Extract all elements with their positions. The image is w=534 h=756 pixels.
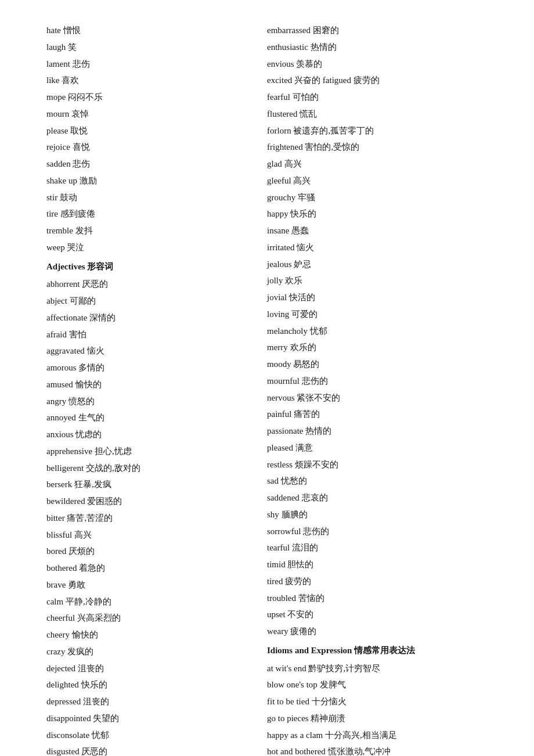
vocabulary-entry: gleeful 高兴 xyxy=(267,174,488,188)
english-word: insane xyxy=(267,226,289,235)
vocabulary-entry: troubled 苦恼的 xyxy=(267,591,488,606)
vocabulary-entry: loving 可爱的 xyxy=(267,307,488,322)
english-word: tearful xyxy=(267,543,290,552)
vocabulary-entry: fit to be tied 十分恼火 xyxy=(267,694,488,709)
vocabulary-entry: jealous 妒忌 xyxy=(267,257,488,272)
vocabulary-entry: aggravated 恼火 xyxy=(46,344,267,358)
chinese-translation: 忧郁 xyxy=(308,326,327,336)
vocabulary-entry: brave 勇敢 xyxy=(46,578,267,592)
english-word: anxious xyxy=(46,430,74,439)
english-word: disgusted xyxy=(46,747,80,756)
chinese-translation: 愚蠢 xyxy=(289,226,309,235)
vocabulary-entry: timid 胆怯的 xyxy=(267,557,488,572)
vocabulary-entry: sad 忧愁的 xyxy=(267,474,488,488)
english-word: passionate xyxy=(267,426,303,435)
english-word: painful xyxy=(267,409,292,419)
chinese-translation: 厌恶的 xyxy=(80,279,108,289)
english-word: disappointed xyxy=(46,714,91,723)
vocabulary-entry: bitter 痛苦,苦涩的 xyxy=(46,511,267,525)
vocabulary-entry: flustered 慌乱 xyxy=(267,107,488,121)
english-word: envious xyxy=(267,59,294,69)
english-word: mourn xyxy=(46,109,69,118)
chinese-translation: 快乐的 xyxy=(79,680,107,689)
chinese-translation: 多情的 xyxy=(77,363,105,372)
english-word: pleased xyxy=(267,443,293,452)
vocabulary-entry: painful 痛苦的 xyxy=(267,407,488,422)
english-word: timid xyxy=(267,560,286,569)
vocabulary-entry: please 取悦 xyxy=(46,124,267,138)
english-word: bothered xyxy=(46,563,77,573)
chinese-translation: 苦恼的 xyxy=(296,593,324,603)
chinese-translation: 热情的 xyxy=(303,426,331,435)
vocabulary-entry: mournful 悲伤的 xyxy=(267,374,488,388)
chinese-translation: 深情的 xyxy=(88,313,116,322)
english-word: abject xyxy=(46,296,67,305)
english-word: delighted xyxy=(46,680,79,689)
chinese-translation: 悲伤 xyxy=(71,159,91,168)
chinese-translation: 害怕 xyxy=(67,330,86,339)
chinese-translation: 哭泣 xyxy=(65,243,85,252)
chinese-translation: 忧虑的 xyxy=(74,430,102,439)
chinese-translation: 喜欢 xyxy=(60,75,80,85)
vocabulary-entry: blissful 高兴 xyxy=(46,528,267,542)
section-header: Idioms and Expression 情感常用表达法 xyxy=(267,643,488,658)
vocabulary-entry: like 喜欢 xyxy=(46,73,267,88)
chinese-translation: 痛苦,苦涩的 xyxy=(65,513,113,523)
chinese-translation: 十分恼火 xyxy=(309,697,347,706)
english-word: bored xyxy=(46,546,66,556)
english-word: sadden xyxy=(46,159,71,168)
english-word: stir xyxy=(46,193,57,202)
chinese-translation: 精神崩溃 xyxy=(309,714,346,723)
english-word: amused xyxy=(46,380,73,389)
left-column: hate 憎恨laugh 笑lament 悲伤like 喜欢mope 闷闷不乐m… xyxy=(46,23,267,756)
chinese-translation: 激励 xyxy=(77,176,97,185)
vocabulary-entry: cheerful 兴高采烈的 xyxy=(46,611,267,625)
chinese-translation: 可爱的 xyxy=(289,309,317,319)
english-word: mournful xyxy=(267,376,300,386)
chinese-translation: 欢乐 xyxy=(283,276,303,285)
english-word: calm xyxy=(46,597,63,606)
english-word: hate xyxy=(46,26,61,35)
vocabulary-entry: frightened 害怕的,受惊的 xyxy=(267,140,488,154)
vocabulary-entry: upset 不安的 xyxy=(267,607,488,622)
vocabulary-entry: sorrowful 悲伤的 xyxy=(267,524,488,539)
chinese-translation: 紧张不安的 xyxy=(295,393,341,402)
vocabulary-entry: affectionate 深情的 xyxy=(46,311,267,325)
vocabulary-entry: passionate 热情的 xyxy=(267,424,488,438)
chinese-translation: 慌张激动,气冲冲 xyxy=(326,747,391,756)
main-content: hate 憎恨laugh 笑lament 悲伤like 喜欢mope 闷闷不乐m… xyxy=(46,23,488,756)
english-word: merry xyxy=(267,343,288,352)
english-word: tremble xyxy=(46,226,73,235)
english-word: at wit's end xyxy=(267,664,306,673)
english-word: sad xyxy=(267,476,279,485)
vocabulary-entry: stir 鼓动 xyxy=(46,190,267,205)
vocabulary-entry: weary 疲倦的 xyxy=(267,624,488,639)
chinese-translation: 喜悦 xyxy=(70,142,90,152)
vocabulary-entry: afraid 害怕 xyxy=(46,327,267,342)
vocabulary-entry: mope 闷闷不乐 xyxy=(46,90,267,105)
chinese-translation: 热情的 xyxy=(308,42,337,52)
chinese-translation: 失望的 xyxy=(91,714,120,723)
vocabulary-entry: amorous 多情的 xyxy=(46,361,267,375)
vocabulary-entry: shake up 激励 xyxy=(46,174,267,188)
english-word: bewildered xyxy=(46,496,85,506)
chinese-translation: 感到疲倦 xyxy=(58,209,95,218)
english-word: blissful xyxy=(46,530,72,539)
chinese-translation: 黔驴技穷,计穷智尽 xyxy=(306,664,381,673)
vocabulary-entry: blow one's top 发脾气 xyxy=(267,678,488,692)
chinese-translation: 愉快的 xyxy=(73,380,102,389)
chinese-translation: 快活的 xyxy=(287,293,315,302)
vocabulary-entry: go to pieces 精神崩溃 xyxy=(267,711,488,726)
chinese-translation: 愤怒的 xyxy=(66,397,95,406)
chinese-translation: 胆怯的 xyxy=(286,560,314,569)
chinese-translation: 哀悼 xyxy=(69,109,89,118)
vocabulary-entry: restless 烦躁不安的 xyxy=(267,458,488,472)
english-word: amorous xyxy=(46,363,77,372)
chinese-translation: 悲伤的 xyxy=(301,527,329,536)
chinese-translation: 交战的,敌对的 xyxy=(84,463,140,473)
vocabulary-entry: forlorn 被遗弃的,孤苦零丁的 xyxy=(267,124,488,138)
vocabulary-entry: rejoice 喜悦 xyxy=(46,140,267,154)
vocabulary-entry: hot and bothered 慌张激动,气冲冲 xyxy=(267,744,488,756)
chinese-translation: 快乐的 xyxy=(288,209,317,218)
chinese-translation: 困窘的 xyxy=(311,26,339,35)
